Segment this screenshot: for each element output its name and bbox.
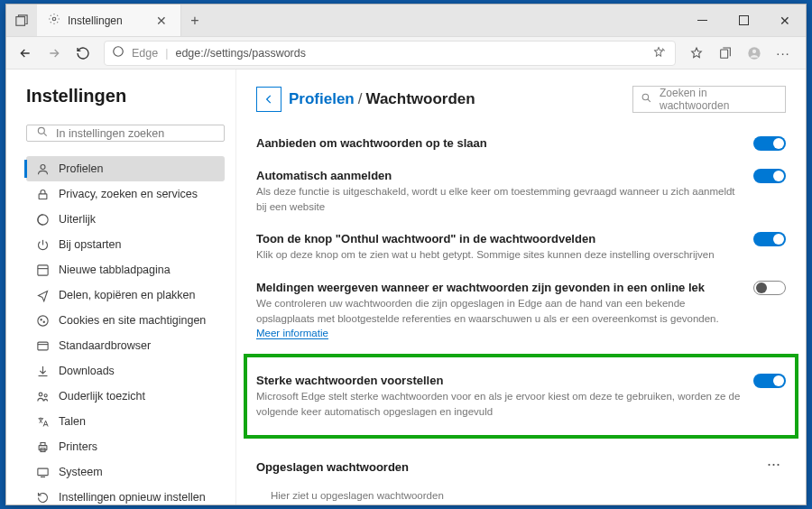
address-bar[interactable]: Edge | edge://settings/passwords	[104, 41, 676, 66]
sidebar-item-label: Instellingen opnieuw instellen	[59, 491, 206, 504]
svg-point-9	[38, 127, 44, 134]
search-icon	[641, 92, 652, 106]
menu-button[interactable]: ···	[770, 40, 797, 67]
svg-rect-3	[739, 16, 748, 25]
address-url: edge://settings/passwords	[175, 47, 642, 60]
window-controls: ✕	[681, 5, 806, 36]
sidebar-item-label: Uiterlijk	[59, 213, 96, 226]
browser-window: Instellingen ✕ + ✕ Edge | edge://setting…	[5, 4, 807, 505]
power-icon	[35, 237, 50, 252]
svg-rect-14	[37, 264, 47, 274]
grid-icon	[35, 263, 50, 277]
tab-favicon	[48, 13, 60, 28]
svg-point-31	[642, 94, 649, 100]
setting-title: Automatisch aanmelden	[256, 169, 743, 182]
svg-rect-6	[721, 50, 728, 58]
sidebar-item-user[interactable]: Profielen	[26, 156, 225, 181]
browser-icon	[35, 338, 50, 353]
setting-title: Meldingen weergeven wanneer er wachtwoor…	[256, 281, 743, 294]
search-icon	[36, 125, 49, 141]
sidebar-item-power[interactable]: Bij opstarten	[26, 232, 225, 257]
sidebar-item-label: Systeem	[59, 466, 103, 478]
saved-passwords-empty: Hier ziet u opgeslagen wachtwoorden	[256, 485, 786, 504]
new-tab-button[interactable]: +	[181, 5, 208, 36]
saved-passwords-heading: Opgeslagen wachtwoorden	[256, 460, 751, 474]
svg-rect-26	[37, 468, 47, 476]
profile-button[interactable]	[741, 40, 768, 67]
sidebar-item-label: Delen, kopiëren en plakken	[59, 289, 196, 301]
sidebar-item-printer[interactable]: Printers	[26, 434, 225, 459]
sidebar-item-system[interactable]: Systeem	[26, 459, 225, 485]
svg-rect-24	[41, 442, 45, 445]
setting-title: Toon de knop "Onthul wachtwoord" in de w…	[256, 232, 743, 245]
share-icon	[35, 288, 50, 302]
appearance-icon	[35, 212, 50, 227]
setting-description: Klik op deze knop om te zien wat u hebt …	[256, 247, 743, 263]
svg-line-10	[43, 133, 46, 135]
setting-row: Meldingen weergeven wanneer er wachtwoor…	[256, 272, 786, 350]
nav-forward-button[interactable]	[41, 40, 68, 67]
download-icon	[35, 364, 50, 378]
read-aloud-icon[interactable]	[650, 40, 668, 67]
cookie-icon	[35, 313, 50, 328]
tab-close-icon[interactable]: ✕	[153, 13, 170, 29]
sidebar-item-label: Bij opstarten	[59, 238, 121, 251]
maximize-button[interactable]	[723, 5, 764, 36]
sidebar-item-lock[interactable]: Privacy, zoeken en services	[26, 181, 225, 207]
settings-search-input[interactable]: In instellingen zoeken	[26, 125, 225, 142]
sidebar-item-family[interactable]: Ouderlijk toezicht	[26, 384, 225, 409]
settings-back-button[interactable]	[256, 87, 281, 112]
breadcrumb: Profielen/Wachtwoorden	[289, 90, 475, 108]
reset-icon	[35, 490, 50, 504]
sidebar-item-reset[interactable]: Instellingen opnieuw instellen	[26, 485, 225, 504]
more-info-link[interactable]: Meer informatie	[256, 328, 328, 339]
sidebar-item-language[interactable]: Talen	[26, 409, 225, 434]
toolbar: Edge | edge://settings/passwords ···	[6, 37, 806, 69]
browser-tab[interactable]: Instellingen ✕	[37, 5, 181, 36]
svg-point-4	[114, 47, 124, 57]
svg-point-16	[37, 315, 47, 325]
sidebar-item-appearance[interactable]: Uiterlijk	[26, 207, 225, 232]
tab-title: Instellingen	[68, 14, 146, 27]
toggle-switch[interactable]	[753, 169, 786, 183]
sidebar-item-share[interactable]: Delen, kopiëren en plakken	[26, 282, 225, 308]
lock-icon	[35, 187, 50, 201]
sidebar-item-label: Profielen	[59, 162, 103, 175]
sidebar-item-download[interactable]: Downloads	[26, 358, 225, 384]
toggle-switch[interactable]	[753, 232, 786, 246]
setting-description: We controleren uw wachtwoorden die zijn …	[256, 296, 743, 341]
svg-point-18	[43, 321, 44, 322]
refresh-button[interactable]	[69, 40, 97, 67]
setting-title: Sterke wachtwoorden voorstellen	[256, 374, 743, 387]
titlebar: Instellingen ✕ + ✕	[6, 5, 806, 37]
tab-strip-icon	[6, 5, 37, 36]
collections-button[interactable]	[712, 40, 739, 67]
sidebar-item-label: Ouderlijk toezicht	[59, 390, 145, 403]
breadcrumb-parent[interactable]: Profielen	[289, 90, 355, 107]
minimize-button[interactable]	[681, 5, 723, 36]
svg-rect-12	[39, 193, 47, 199]
svg-point-8	[752, 49, 756, 52]
highlighted-setting: Sterke wachtwoorden voorstellenMicrosoft…	[244, 354, 798, 439]
sidebar-item-browser[interactable]: Standaardbrowser	[26, 333, 225, 358]
sidebar-item-cookie[interactable]: Cookies en site machtigingen	[26, 308, 225, 333]
svg-point-1	[52, 17, 56, 21]
setting-description: Microsoft Edge stelt sterke wachtwoorden…	[256, 389, 743, 419]
toggle-switch[interactable]	[753, 374, 786, 388]
svg-point-17	[41, 319, 42, 319]
toggle-switch[interactable]	[753, 281, 786, 295]
saved-passwords-more-button[interactable]: ···	[761, 453, 786, 476]
setting-title: Aanbieden om wachtwoorden op te slaan	[256, 136, 743, 150]
breadcrumb-current: Wachtwoorden	[365, 90, 475, 107]
close-button[interactable]: ✕	[764, 5, 806, 36]
sidebar-item-grid[interactable]: Nieuwe tabbladpagina	[26, 257, 225, 282]
family-icon	[35, 389, 50, 403]
passwords-search-input[interactable]: Zoeken in wachtwoorden	[632, 86, 786, 113]
user-icon	[35, 162, 50, 176]
language-icon	[35, 414, 50, 429]
settings-sidebar: Instellingen In instellingen zoeken Prof…	[6, 69, 236, 504]
toggle-switch[interactable]	[753, 136, 786, 151]
nav-back-button[interactable]	[12, 40, 39, 67]
sidebar-item-label: Standaardbrowser	[59, 339, 151, 352]
favorites-button[interactable]	[683, 40, 710, 67]
